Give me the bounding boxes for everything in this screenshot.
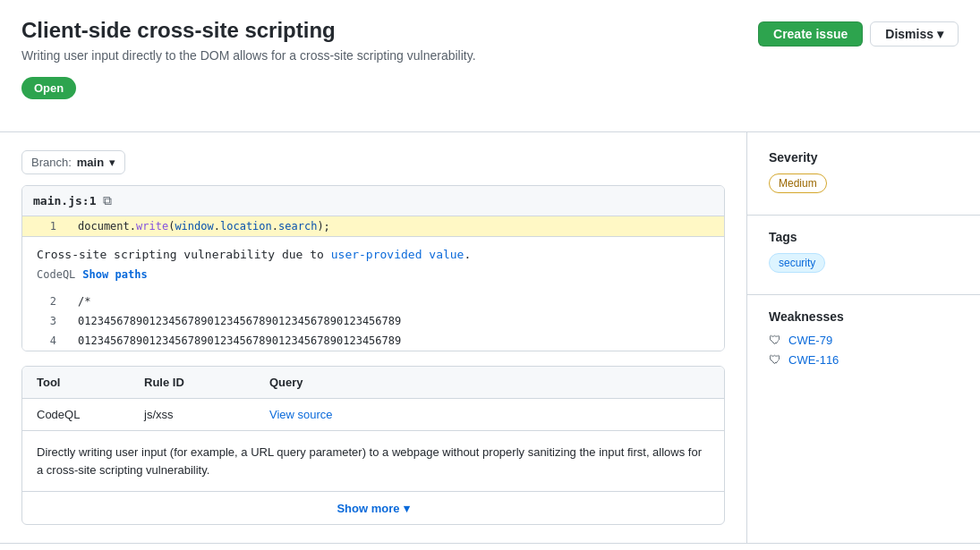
code-line-2: 2 /* — [22, 292, 724, 311]
chevron-down-icon: ▾ — [404, 502, 410, 515]
line-content: /* — [67, 292, 101, 311]
branch-selector[interactable]: Branch: main ▾ — [21, 150, 125, 174]
show-more-section: Show more ▾ — [22, 492, 724, 524]
tool-table-header: Tool Rule ID Query — [22, 367, 724, 399]
code-header: main.js:1 ⧉ — [22, 186, 724, 216]
copy-icon[interactable]: ⧉ — [103, 193, 112, 208]
weakness-label: CWE-79 — [788, 334, 832, 347]
status-badge: Open — [21, 77, 76, 99]
code-block: main.js:1 ⧉ 1 document.write(window.loca… — [21, 185, 725, 351]
chevron-down-icon: ▾ — [109, 156, 115, 169]
title-area: Client-side cross-site scripting Writing… — [21, 18, 476, 117]
col-tool: Tool — [37, 376, 144, 389]
alert-source: CodeQL — [37, 268, 75, 281]
weakness-item-cwe79[interactable]: 🛡 CWE-79 — [769, 333, 959, 347]
show-more-button[interactable]: Show more ▾ — [337, 502, 409, 515]
code-line-4: 4 01234567890123456789012345678901234567… — [22, 331, 724, 351]
page-subtitle: Writing user input directly to the DOM a… — [21, 48, 476, 63]
line-number: 2 — [22, 292, 67, 311]
section-divider — [747, 215, 980, 216]
tag-badge-security: security — [769, 253, 825, 273]
highlighted-code-line: 1 document.write(window.location.search)… — [22, 216, 724, 236]
code-line-3: 3 01234567890123456789012345678901234567… — [22, 311, 724, 331]
weaknesses-section: Weaknesses 🛡 CWE-79 🛡 CWE-116 — [769, 309, 959, 367]
branch-name: main — [77, 156, 104, 169]
dismiss-label: Dismiss — [885, 27, 933, 41]
description-section: Directly writing user input (for example… — [22, 431, 724, 492]
page-title: Client-side cross-site scripting — [21, 18, 476, 43]
right-panel: Severity Medium Tags security Weaknesses… — [747, 132, 980, 543]
header-buttons: Create issue Dismiss ▾ — [758, 21, 959, 47]
header-actions: Client-side cross-site scripting Writing… — [21, 18, 959, 117]
shield-icon: 🛡 — [769, 352, 781, 367]
severity-title: Severity — [769, 150, 959, 165]
tool-table-section: Tool Rule ID Query CodeQL js/xss View so… — [21, 366, 725, 525]
weaknesses-title: Weaknesses — [769, 309, 959, 324]
chevron-down-icon: ▾ — [937, 27, 943, 41]
create-issue-button[interactable]: Create issue — [758, 21, 863, 47]
description-text: Directly writing user input (for example… — [37, 445, 702, 477]
alert-text: Cross-site scripting vulnerability due t… — [37, 248, 710, 261]
tags-title: Tags — [769, 230, 959, 244]
left-panel: Branch: main ▾ main.js:1 ⧉ 1 document.wr… — [0, 132, 747, 543]
code-filename: main.js:1 — [33, 194, 96, 207]
line-content: 0123456789012345678901234567890123456789… — [67, 311, 412, 331]
view-source-link[interactable]: View source — [269, 408, 710, 421]
tool-table-row: CodeQL js/xss View source — [22, 399, 724, 431]
weakness-item-cwe116[interactable]: 🛡 CWE-116 — [769, 352, 959, 367]
section-divider — [747, 294, 980, 295]
branch-label: Branch: — [31, 156, 72, 169]
tags-section: Tags security — [769, 230, 959, 273]
line-content: 0123456789012345678901234567890123456789… — [67, 331, 412, 351]
tool-value: CodeQL — [37, 408, 144, 421]
show-more-label: Show more — [337, 502, 399, 515]
line-number: 3 — [22, 311, 67, 331]
shield-icon: 🛡 — [769, 333, 781, 347]
alert-footer: CodeQL Show paths — [37, 268, 710, 281]
line-number: 1 — [22, 216, 67, 236]
weakness-label: CWE-116 — [788, 353, 839, 367]
severity-badge: Medium — [769, 173, 827, 193]
footer-bar: 🛡 First detected in commit bf717a0 on 21… — [0, 543, 980, 550]
page-container: Client-side cross-site scripting Writing… — [0, 0, 980, 550]
main-layout: Branch: main ▾ main.js:1 ⧉ 1 document.wr… — [0, 132, 980, 543]
col-query: Query — [269, 376, 710, 389]
rule-id-value: js/xss — [144, 408, 269, 421]
show-paths-link[interactable]: Show paths — [82, 268, 147, 281]
severity-section: Severity Medium — [769, 150, 959, 193]
line-number: 4 — [22, 331, 67, 351]
alert-box: Cross-site scripting vulnerability due t… — [22, 236, 724, 292]
user-provided-value-link[interactable]: user-provided value — [331, 248, 464, 261]
dismiss-button[interactable]: Dismiss ▾ — [870, 21, 959, 47]
col-rule-id: Rule ID — [144, 376, 269, 389]
page-header: Client-side cross-site scripting Writing… — [0, 0, 980, 117]
line-content: document.write(window.location.search); — [67, 216, 341, 236]
